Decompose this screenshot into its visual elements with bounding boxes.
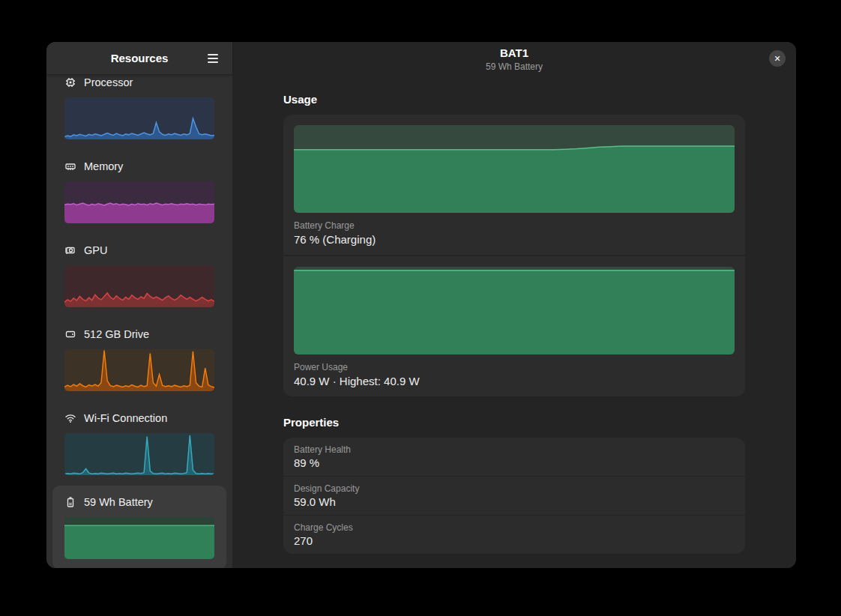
design-capacity-label: Design Capacity [294,483,735,494]
battery-usage-graph [64,517,214,559]
hamburger-icon [208,54,218,55]
battery-health-label: Battery Health [294,444,735,455]
charge-cycles-row: Charge Cycles 270 [283,515,745,554]
power-usage-value: 40.9 W · Highest: 40.9 W [294,375,735,387]
sidebar-item-wifi[interactable]: Wi-Fi Connection [52,402,226,486]
battery-charge-row: Battery Charge 76 % (Charging) [283,115,745,255]
battery-charge-value: 76 % (Charging) [294,233,735,246]
page-subtitle: 59 Wh Battery [232,61,796,72]
detail-content: Usage Battery Charge 76 % (Charging) Pow… [232,81,796,568]
drive-usage-graph [64,349,214,391]
power-usage-graph [294,267,735,354]
design-capacity-value: 59.0 Wh [294,495,735,508]
power-usage-label: Power Usage [294,362,735,372]
sidebar-item-label: 59 Wh Battery [84,496,153,508]
resources-app-window: Resources Processor [46,42,796,568]
gpu-icon [64,244,76,256]
memory-icon [64,160,76,172]
sidebar-item-label: GPU [84,244,107,256]
sidebar-item-drive[interactable]: 512 GB Drive [52,318,226,402]
charge-cycles-value: 270 [294,534,735,547]
memory-usage-graph [64,181,214,223]
battery-health-value: 89 % [294,456,735,469]
app-title: Resources [111,52,169,64]
sidebar-header: Resources [46,42,232,75]
design-capacity-row: Design Capacity 59.0 Wh [283,476,745,515]
close-icon: ✕ [774,54,780,63]
sidebar-item-memory[interactable]: Memory [52,150,226,234]
processor-usage-graph [64,97,214,139]
sidebar-item-gpu[interactable]: GPU [52,234,226,318]
menu-button[interactable] [202,48,223,69]
wifi-usage-graph [64,433,214,475]
usage-card: Battery Charge 76 % (Charging) Power Usa… [283,115,745,396]
gpu-usage-graph [64,265,214,307]
charge-cycles-label: Charge Cycles [294,522,735,533]
sidebar-item-label: Memory [84,160,123,172]
sidebar-list: Processor Memory [46,75,232,568]
battery-icon [64,496,76,508]
sidebar: Resources Processor [46,42,232,568]
properties-heading: Properties [283,416,745,429]
battery-charge-graph [294,125,735,213]
detail-header: BAT1 59 Wh Battery ✕ [232,42,796,81]
close-button[interactable]: ✕ [769,50,786,67]
usage-heading: Usage [283,93,745,106]
sidebar-item-label: 512 GB Drive [84,328,149,340]
sidebar-item-label: Wi-Fi Connection [84,412,167,424]
wifi-icon [64,412,76,424]
battery-health-row: Battery Health 89 % [283,438,745,476]
power-usage-row: Power Usage 40.9 W · Highest: 40.9 W [283,255,745,396]
sidebar-item-label: Processor [84,76,133,88]
sidebar-item-battery[interactable]: 59 Wh Battery [52,486,226,568]
sidebar-item-processor[interactable]: Processor [52,75,226,150]
properties-card: Battery Health 89 % Design Capacity 59.0… [283,438,745,554]
processor-icon [64,76,76,88]
drive-icon [64,328,76,340]
page-title: BAT1 [232,46,796,60]
battery-charge-label: Battery Charge [294,220,735,231]
detail-pane: BAT1 59 Wh Battery ✕ Usage Battery Charg… [232,42,796,568]
